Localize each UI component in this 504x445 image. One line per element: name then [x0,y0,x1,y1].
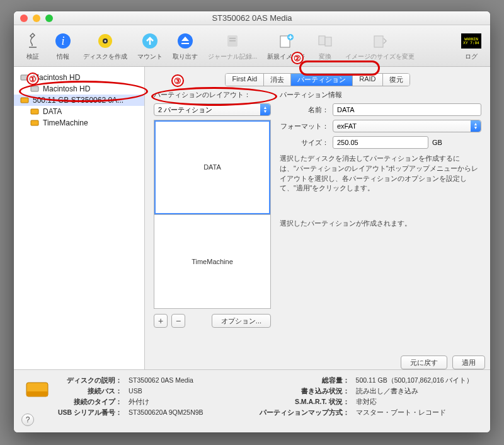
partition-layout-popup[interactable]: 2 パーティション ▲▼ [154,103,271,116]
toolbar-convert: 変換 [310,30,340,62]
disk-utility-window: ST350062 0AS Media 検証 i 情報 ディスクを作成 マウント … [14,11,490,432]
svg-rect-18 [31,109,38,114]
tab-raid[interactable]: RAID [353,74,382,86]
log-icon: WARNINXY 7:04 [461,31,481,51]
sidebar-item-macintosh-hd-disk[interactable]: Macintosh HD [14,72,144,83]
convert-icon [315,31,335,51]
popup-arrows-icon: ▲▼ [260,104,270,115]
svg-text:i: i [61,35,64,47]
help-text-1: 選択したディスクを消去してパーティションを作成するには、"パーティションのレイア… [280,154,481,194]
help-button[interactable]: ? [21,413,34,426]
titlebar: ST350062 0AS Media [14,11,490,25]
svg-rect-15 [21,75,28,80]
tab-partition[interactable]: パーティション [291,74,353,86]
layout-heading: パーティションのレイアウト： [154,90,271,100]
sidebar: Macintosh HD Macintosh HD 500.11 GB ST35… [14,67,145,369]
new-image-icon [276,31,296,51]
sidebar-item-external-disk[interactable]: 500.11 GB ST350062 0A... [14,95,144,106]
hdd-icon [30,84,39,93]
toolbar-info[interactable]: i 情報 [48,30,78,62]
hdd-icon [20,73,29,82]
sidebar-item-timemachine-vol[interactable]: TimeMachine [14,117,144,129]
svg-rect-21 [26,391,48,396]
toolbar-new-image[interactable]: 新規イメージ [262,30,310,62]
svg-point-4 [105,40,106,42]
format-popup[interactable]: exFAT ▲▼ [333,120,481,132]
footer: ディスクの説明：ST350062 0AS Media総容量：500.11 GB（… [14,369,490,432]
external-disk-icon [30,107,39,116]
tab-restore[interactable]: 復元 [383,74,410,86]
resize-icon [370,31,390,51]
options-button[interactable]: オプション... [212,314,271,328]
name-input[interactable] [333,103,481,116]
toolbar-burn[interactable]: ディスクを作成 [78,30,132,62]
mount-icon [140,31,160,51]
sidebar-item-macintosh-hd-vol[interactable]: Macintosh HD [14,83,144,95]
window-title: ST350062 0AS Media [14,13,490,23]
revert-button[interactable]: 元に戻す [401,355,447,369]
microscope-icon [23,31,43,51]
toolbar-resize: イメージのサイズを変更 [340,30,420,62]
toolbar-eject[interactable]: 取り出す [168,30,203,62]
journal-icon [222,31,243,51]
apply-button[interactable]: 適用 [452,355,485,369]
eject-icon [175,31,195,51]
toolbar-mount[interactable]: マウント [132,30,168,62]
help-text-2: 選択したパーティションが作成されます。 [280,219,481,229]
minimize-button[interactable] [33,14,40,22]
size-input[interactable] [333,136,428,149]
svg-rect-8 [229,38,236,39]
remove-partition-button[interactable]: − [171,314,185,328]
name-label: 名前： [280,105,329,115]
burn-icon [95,31,115,51]
tab-first-aid[interactable]: First Aid [226,74,264,86]
svg-rect-13 [325,37,331,46]
partition-cell-data[interactable]: DATA [154,120,270,215]
partition-cell-timemachine[interactable]: TimeMachine [154,215,270,309]
popup-arrows-icon: ▲▼ [471,120,481,132]
main-panel: First Aid 消去 パーティション RAID 復元 パーティションのレイア… [145,67,490,369]
svg-rect-9 [229,40,236,42]
svg-rect-16 [31,86,38,91]
toolbar-journal: ジャーナル記録... [203,30,262,62]
external-disk-icon [20,96,29,105]
svg-rect-12 [319,36,325,45]
svg-rect-17 [21,98,28,103]
svg-rect-14 [374,36,383,47]
sidebar-item-data-vol[interactable]: DATA [14,106,144,117]
toolbar-verify[interactable]: 検証 [18,30,48,62]
svg-rect-19 [31,120,38,125]
footer-grid: ディスクの説明：ST350062 0AS Media総容量：500.11 GB（… [58,376,480,426]
external-disk-large-icon [24,376,50,403]
external-disk-icon [30,118,39,127]
size-unit: GB [432,139,442,146]
info-icon: i [53,31,73,51]
tab-segmented-control: First Aid 消去 パーティション RAID 復元 [225,73,410,86]
size-label: サイズ： [280,138,329,147]
add-partition-button[interactable]: + [154,314,168,328]
format-label: フォーマット： [280,122,329,131]
close-button[interactable] [20,14,28,22]
partition-map: DATA TimeMachine [154,120,271,309]
tab-erase[interactable]: 消去 [264,74,291,86]
toolbar-log[interactable]: WARNINXY 7:04 ログ [456,30,486,62]
toolbar: 検証 i 情報 ディスクを作成 マウント 取り出す ジャーナル記録... 新規イ… [14,25,490,67]
info-heading: パーティション情報 [280,90,481,100]
zoom-button[interactable] [45,14,53,22]
